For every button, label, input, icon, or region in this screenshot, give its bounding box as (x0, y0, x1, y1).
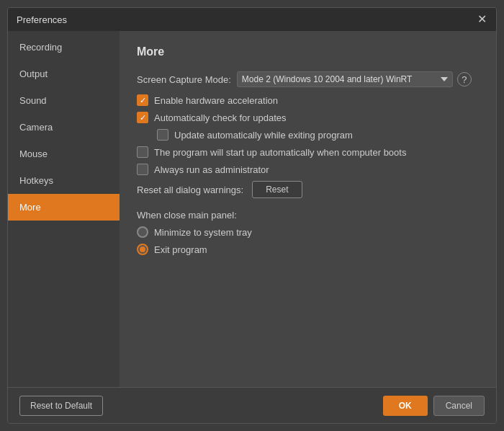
checkbox-update-on-exit: Update automatically while exiting progr… (157, 129, 479, 141)
sidebar-item-hotkeys[interactable]: Hotkeys (8, 167, 120, 194)
checkbox-update-on-exit-label: Update automatically while exiting progr… (174, 130, 353, 141)
checkbox-hardware-accel-label: Enable hardware acceleration (154, 95, 278, 106)
checkbox-run-admin-label: Always run as administrator (154, 164, 269, 175)
radio-minimize-tray: Minimize to system tray (137, 226, 479, 238)
help-button[interactable]: ? (457, 72, 472, 86)
sidebar-item-camera[interactable]: Camera (8, 114, 120, 141)
checkbox-hardware-accel-input[interactable] (137, 94, 148, 106)
checkbox-run-admin: Always run as administrator (137, 164, 479, 175)
reset-default-button[interactable]: Reset to Default (19, 396, 103, 416)
when-close-label: When close main panel: (137, 210, 479, 221)
checkbox-auto-start: The program will start up automatically … (137, 146, 479, 158)
footer: Reset to Default OK Cancel (8, 387, 496, 423)
reset-warnings-row: Reset all dialog warnings: Reset (137, 181, 479, 198)
sidebar-item-output[interactable]: Output (8, 61, 120, 87)
checkbox-update-on-exit-input[interactable] (157, 129, 168, 141)
dialog-title: Preferences (17, 14, 67, 25)
screen-capture-select[interactable]: Mode 1 (Windows 7 and later) GDI Mode 2 … (237, 71, 453, 87)
radio-exit-program: Exit program (137, 244, 479, 255)
checkbox-hardware-accel: Enable hardware acceleration (137, 94, 479, 106)
checkbox-auto-check-updates-label: Automatically check for updates (154, 112, 287, 123)
close-button[interactable]: ✕ (476, 14, 487, 25)
radio-exit-program-input[interactable] (137, 244, 148, 255)
radio-exit-program-label: Exit program (154, 244, 207, 255)
radio-minimize-tray-input[interactable] (137, 226, 148, 238)
radio-minimize-tray-label: Minimize to system tray (154, 227, 252, 238)
screen-capture-row: Screen Capture Mode: Mode 1 (Windows 7 a… (137, 71, 479, 87)
main-panel: More Screen Capture Mode: Mode 1 (Window… (120, 31, 496, 387)
cancel-button[interactable]: Cancel (433, 396, 485, 416)
reset-warnings-button[interactable]: Reset (252, 181, 302, 198)
screen-capture-label: Screen Capture Mode: (137, 74, 231, 85)
checkbox-run-admin-input[interactable] (137, 164, 148, 175)
checkbox-auto-check-updates-input[interactable] (137, 112, 148, 123)
sidebar-item-recording[interactable]: Recording (8, 34, 120, 61)
checkbox-auto-start-input[interactable] (137, 146, 148, 158)
checkbox-auto-check-updates: Automatically check for updates (137, 112, 479, 123)
screen-capture-select-wrapper: Mode 1 (Windows 7 and later) GDI Mode 2 … (237, 71, 472, 87)
sidebar-item-sound[interactable]: Sound (8, 87, 120, 114)
title-bar: Preferences ✕ (8, 8, 496, 31)
sidebar-item-mouse[interactable]: Mouse (8, 141, 120, 167)
footer-left: Reset to Default (19, 396, 103, 416)
reset-warnings-label: Reset all dialog warnings: (137, 185, 243, 195)
preferences-dialog: Preferences ✕ Recording Output Sound Cam… (7, 7, 497, 424)
content-area: Recording Output Sound Camera Mouse Hotk… (8, 31, 496, 387)
sidebar-item-more[interactable]: More (8, 194, 120, 221)
sidebar: Recording Output Sound Camera Mouse Hotk… (8, 31, 120, 387)
checkbox-auto-start-label: The program will start up automatically … (154, 147, 406, 158)
panel-title: More (137, 45, 479, 58)
ok-button[interactable]: OK (383, 396, 428, 416)
footer-right: OK Cancel (383, 396, 485, 416)
